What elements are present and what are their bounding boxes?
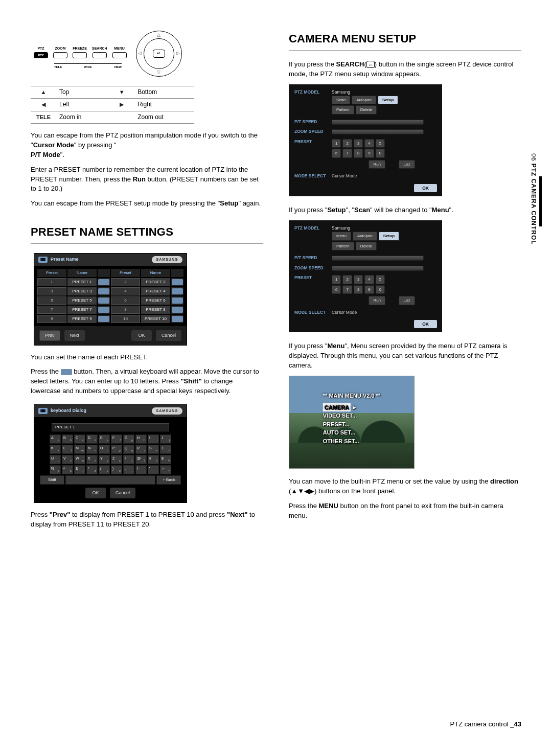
keyboard-icon[interactable] bbox=[172, 288, 183, 294]
pt-speed-slider[interactable] bbox=[332, 120, 424, 125]
preset-num[interactable]: 7 bbox=[37, 306, 66, 314]
shift-key[interactable]: Shift bbox=[40, 475, 64, 485]
ptz-chip-autopan[interactable]: Autopan bbox=[352, 96, 376, 105]
key-w[interactable]: Ww bbox=[74, 455, 85, 464]
preset-num-5[interactable]: 5 bbox=[376, 139, 385, 148]
key-e[interactable]: Ee bbox=[99, 434, 110, 444]
preset-num-4[interactable]: 4 bbox=[364, 275, 374, 284]
key-'[interactable]: '- bbox=[148, 465, 159, 474]
preset-num-1[interactable]: 1 bbox=[332, 275, 341, 284]
key-d[interactable]: Dd bbox=[86, 434, 98, 444]
mode-select-value[interactable]: Cursor Mode bbox=[332, 310, 357, 315]
zoom-speed-slider[interactable] bbox=[332, 266, 424, 271]
preset-num[interactable]: 9 bbox=[37, 315, 66, 323]
key-([interactable]: (9 bbox=[99, 465, 110, 474]
key-s[interactable]: Ss bbox=[148, 445, 159, 454]
preset-num-0[interactable]: 0 bbox=[376, 285, 385, 294]
zoom-speed-slider[interactable] bbox=[332, 129, 424, 134]
keyboard-icon[interactable] bbox=[172, 316, 183, 322]
key-g[interactable]: Gg bbox=[123, 434, 134, 444]
camera-menu-item[interactable]: VIDEO SET... bbox=[323, 411, 380, 420]
keyboard-icon[interactable] bbox=[98, 297, 109, 304]
key-:[interactable]: :. bbox=[123, 465, 134, 474]
back-key[interactable]: ←Back bbox=[156, 475, 181, 485]
preset-num-6[interactable]: 6 bbox=[332, 149, 341, 158]
preset-num-8[interactable]: 8 bbox=[354, 285, 363, 294]
preset-num-0[interactable]: 0 bbox=[376, 149, 385, 158]
mode-select-value[interactable]: Cursor Mode bbox=[332, 173, 357, 178]
key-/[interactable]: /, bbox=[135, 465, 147, 474]
ptz-chip-delete[interactable]: Delete bbox=[356, 105, 377, 114]
ptz-chip-setup[interactable]: Setup bbox=[379, 232, 399, 241]
key-n[interactable]: Nn bbox=[86, 445, 98, 454]
ptz-chip-pattern[interactable]: Pattern bbox=[332, 105, 354, 114]
key-t[interactable]: Tt bbox=[160, 445, 171, 454]
preset-num-7[interactable]: 7 bbox=[342, 149, 352, 158]
key-j[interactable]: Jj bbox=[160, 434, 171, 444]
preset-num-3[interactable]: 3 bbox=[354, 275, 363, 284]
key->[interactable]: >? bbox=[160, 465, 171, 474]
preset-num-6[interactable]: 6 bbox=[332, 285, 341, 294]
space-key[interactable] bbox=[65, 475, 155, 485]
key-o[interactable]: Oo bbox=[99, 445, 110, 454]
preset-num-7[interactable]: 7 bbox=[342, 285, 352, 294]
key-l[interactable]: Ll bbox=[62, 445, 73, 454]
key-b[interactable]: Bb bbox=[62, 434, 73, 444]
preset-num-9[interactable]: 9 bbox=[364, 285, 374, 294]
keyboard-icon[interactable] bbox=[98, 316, 109, 322]
key-f[interactable]: Ff bbox=[111, 434, 122, 444]
keyboard-icon[interactable] bbox=[172, 307, 183, 313]
cancel-button[interactable]: Cancel bbox=[156, 330, 181, 341]
preset-num-5[interactable]: 5 bbox=[376, 275, 385, 284]
key-![interactable]: !1 bbox=[123, 455, 134, 464]
key-$[interactable]: $4 bbox=[160, 455, 171, 464]
key-z[interactable]: Zz bbox=[111, 455, 122, 464]
keyboard-icon[interactable] bbox=[98, 279, 109, 285]
pt-speed-slider[interactable] bbox=[332, 256, 424, 261]
key-r[interactable]: Rr bbox=[135, 445, 147, 454]
preset-num-9[interactable]: 9 bbox=[364, 149, 374, 158]
camera-menu-item[interactable]: OTHER SET... bbox=[323, 437, 380, 446]
run-button[interactable]: Run bbox=[369, 296, 385, 305]
preset-num[interactable]: 4 bbox=[111, 287, 140, 295]
preset-num-2[interactable]: 2 bbox=[342, 139, 352, 148]
list-button[interactable]: List bbox=[399, 296, 415, 305]
preset-num[interactable]: 10 bbox=[111, 315, 140, 323]
ptz-chip-autopan[interactable]: Autopan bbox=[353, 232, 377, 241]
key-x[interactable]: Xx bbox=[86, 455, 98, 464]
ptz-chip-setup[interactable]: Setup bbox=[378, 96, 398, 105]
key-%[interactable]: %5 bbox=[50, 465, 61, 474]
camera-menu-item[interactable]: CAMERA► bbox=[323, 403, 380, 412]
key-u[interactable]: Uu bbox=[50, 455, 61, 464]
preset-num-3[interactable]: 3 bbox=[354, 139, 363, 148]
camera-menu-item[interactable]: AUTO SET... bbox=[323, 428, 380, 437]
ok-button[interactable]: OK bbox=[131, 330, 152, 341]
preset-num-8[interactable]: 8 bbox=[354, 149, 363, 158]
keyboard-field[interactable]: PRESET 1 bbox=[52, 423, 169, 431]
key-#[interactable]: #3 bbox=[148, 455, 159, 464]
key-k[interactable]: Kk bbox=[50, 445, 61, 454]
keyboard-icon[interactable] bbox=[172, 297, 183, 304]
key-^[interactable]: ^6 bbox=[62, 465, 73, 474]
key-q[interactable]: Qq bbox=[123, 445, 134, 454]
key-y[interactable]: Yy bbox=[99, 455, 110, 464]
key-v[interactable]: Vv bbox=[62, 455, 73, 464]
run-button[interactable]: Run bbox=[369, 160, 385, 169]
list-button[interactable]: List bbox=[399, 160, 415, 169]
key-*[interactable]: *8 bbox=[86, 465, 98, 474]
keyboard-icon[interactable] bbox=[98, 307, 109, 313]
key-h[interactable]: Hh bbox=[135, 434, 147, 444]
ptz-chip-scan[interactable]: Scan bbox=[332, 96, 350, 105]
key-@[interactable]: @2 bbox=[135, 455, 147, 464]
next-button[interactable]: Next bbox=[64, 330, 85, 341]
preset-num-2[interactable]: 2 bbox=[342, 275, 352, 284]
kb-ok-button[interactable]: OK bbox=[85, 488, 106, 498]
key-p[interactable]: Pp bbox=[111, 445, 122, 454]
preset-num-4[interactable]: 4 bbox=[364, 139, 374, 148]
preset-num[interactable]: 5 bbox=[37, 296, 66, 305]
ptz-chip-pattern[interactable]: Pattern bbox=[332, 242, 354, 251]
camera-menu-item[interactable]: PRESET... bbox=[323, 420, 380, 429]
key-i[interactable]: Ii bbox=[148, 434, 159, 444]
ptz-ok-button[interactable]: OK bbox=[414, 320, 437, 328]
ptz-ok-button[interactable]: OK bbox=[414, 184, 437, 192]
